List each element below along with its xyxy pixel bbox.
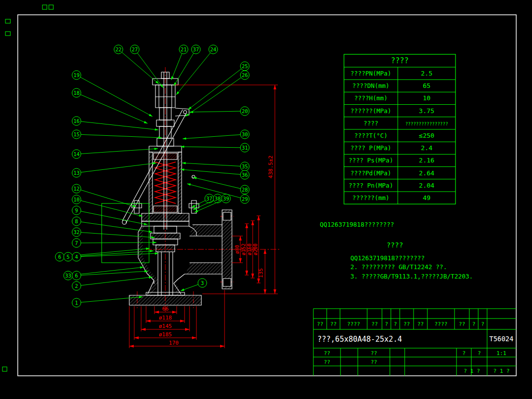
plot-mark <box>5 19 10 23</box>
spec-table-value: 2.5 <box>421 70 432 77</box>
callout-number: 7 <box>75 240 78 246</box>
callout-number: 12 <box>74 186 80 192</box>
callout-number: 24 <box>210 46 217 52</box>
callout-number: 9 <box>75 207 78 213</box>
dim-base-d2: ø145 <box>159 323 172 329</box>
valve-seat <box>156 245 175 252</box>
callout-number: 6 <box>58 254 61 260</box>
spec-table-label: ??????(MPa) <box>350 107 391 115</box>
dim-neck-width: 66 <box>162 306 168 312</box>
callout-leader-line <box>76 134 162 138</box>
part-number: ???,65x80A48-25x2.4 <box>317 335 402 344</box>
dim-base-d1: ø118 <box>159 315 172 321</box>
plot-marks <box>2 5 53 371</box>
callout-number: 4 <box>75 254 78 260</box>
spec-table-label: ???? <box>363 120 378 127</box>
dim-bore: ø80 <box>234 245 240 254</box>
callout-leader-line <box>193 177 245 190</box>
callout-leader-line <box>185 75 245 117</box>
spec-table: ????????PN(MPa)2.5????DN(mm)65????H(mm)1… <box>344 54 456 204</box>
cad-drawing-sheet: 438.5±2 135 ø80 ø152 ø160 ø200 66 ø118 ø… <box>0 0 532 399</box>
plot-mark <box>49 5 53 9</box>
spec-table-value: ???????????????? <box>405 121 448 126</box>
title-block-sheet-cell: ? 1 ? <box>493 368 509 374</box>
title-block-scale-cell: ? <box>462 350 466 357</box>
title-block-cell: ?? <box>371 350 377 357</box>
title-block-cell: ?? <box>371 359 377 365</box>
callout-leader-line <box>135 49 163 88</box>
title-block-header-cell: ? <box>472 321 476 327</box>
title-block-header-cell: ?? <box>371 321 378 327</box>
title-block-header-cell: ???? <box>434 321 448 327</box>
title-block-header-cell: ?? <box>458 321 465 327</box>
spec-table-value: 49 <box>423 194 431 201</box>
spec-table-value: 2.16 <box>419 157 434 164</box>
callout-number: 27 <box>132 46 138 52</box>
callout-number: 39 <box>223 196 229 201</box>
callout-number: 19 <box>74 72 80 78</box>
cad-canvas: 438.5±2 135 ø80 ø152 ø160 ø200 66 ø118 ø… <box>0 0 532 399</box>
callout-number: 37 <box>206 196 213 201</box>
title-block-scale-cell: ? <box>478 350 481 357</box>
plot-mark <box>42 5 47 9</box>
title-block-cell: ?? <box>324 350 330 357</box>
callout-leader-line <box>176 49 213 95</box>
watermark-text: QQ1263719818???????? <box>320 221 394 228</box>
note-line: QQ1263719818???????? <box>350 254 425 262</box>
callout-number: 18 <box>74 90 80 96</box>
callout-number: 6 <box>75 273 78 279</box>
spec-table-value: 2.4 <box>421 144 433 152</box>
spring-bottom-seat <box>153 206 177 212</box>
callout-number: 10 <box>74 197 80 202</box>
notes: QQ1263719818???????? ???? QQ1263719818??… <box>320 221 473 280</box>
callout-number: 25 <box>242 63 248 69</box>
plot-mark <box>5 32 10 36</box>
title-block-header-cell: ?? <box>317 321 323 327</box>
callout-leader-line <box>183 134 245 139</box>
drawing-number: T56024 <box>490 335 514 343</box>
callout-leader-line <box>76 163 156 173</box>
title-block-header-cell: ?? <box>330 321 337 327</box>
dim-base-d3: ø185 <box>159 331 172 338</box>
callout-leader-line <box>76 121 158 130</box>
callout-number: 30 <box>242 131 248 137</box>
callout-number: 13 <box>74 170 80 176</box>
callout-number: 29 <box>242 196 248 202</box>
title-block-header-cell: ? <box>481 321 485 327</box>
spec-table-value: 3.75 <box>419 107 434 115</box>
title-block-header-cell: ? <box>385 321 388 327</box>
callout-number: 1 <box>75 300 78 306</box>
callout-number: 8 <box>75 218 78 224</box>
callout-number: 3 <box>201 280 204 286</box>
callout-number: 16 <box>74 118 80 124</box>
spec-table-title: ???? <box>391 56 409 65</box>
callout-leader-line <box>76 242 156 243</box>
dim-main-height: 438.5±2 <box>267 156 274 178</box>
inlet-flange <box>129 295 201 305</box>
spec-table-label: ????DN(mm) <box>352 82 389 89</box>
callout-number: 32 <box>74 229 80 235</box>
plot-mark <box>2 367 7 371</box>
dim-flange-d2: ø160 <box>247 243 252 255</box>
spec-table-label: ????T(°C) <box>354 132 388 139</box>
callout-number: 20 <box>242 108 248 114</box>
callout-number: 14 <box>74 151 80 157</box>
callout-leader-line <box>181 169 245 175</box>
callout-leader-line <box>174 49 196 86</box>
callout-leader-line <box>76 149 158 154</box>
dim-base-width: 170 <box>169 340 179 346</box>
spec-table-value: 2.04 <box>419 182 434 189</box>
callout-number: 37 <box>193 46 199 52</box>
title-block-header-cell: ???? <box>347 321 360 327</box>
title-block-header-cell: ?? <box>417 321 423 327</box>
callout-leader-line <box>181 147 245 148</box>
callout-number: 22 <box>115 46 122 52</box>
spec-table-label: ???? Pn(MPa) <box>348 182 393 189</box>
title-block-scale-value: 1:1 <box>496 350 506 357</box>
dim-flange-d1: ø152 <box>241 243 246 255</box>
spec-table-label: ????PN(MPa) <box>350 70 391 77</box>
dim-outlet-to-base: 135 <box>258 268 264 278</box>
callout-leader-line <box>76 232 155 238</box>
spec-table-label: ??????(mm) <box>352 194 389 201</box>
bonnet-flange <box>142 213 189 221</box>
